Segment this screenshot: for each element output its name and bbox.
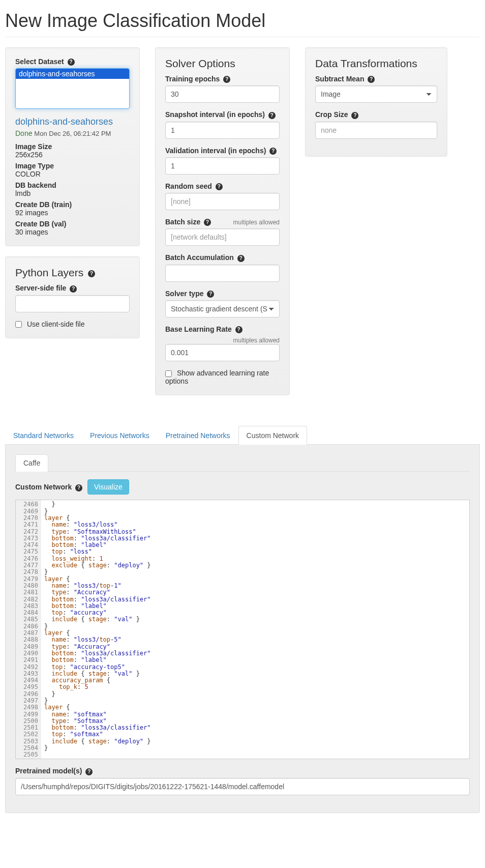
- help-icon[interactable]: ?: [207, 291, 214, 298]
- help-icon[interactable]: ?: [70, 285, 77, 293]
- tab-previous-networks[interactable]: Previous Networks: [82, 426, 158, 445]
- python-layers-panel: Python Layers ? Server-side file ? Use c…: [5, 256, 140, 338]
- help-icon[interactable]: ?: [269, 148, 277, 155]
- visualize-button[interactable]: Visualize: [87, 479, 129, 495]
- epochs-input[interactable]: [165, 85, 280, 103]
- solver-title: Solver Options: [165, 57, 280, 70]
- solver-options-panel: Solver Options Training epochs ? Snapsho…: [155, 47, 290, 395]
- dataset-list-item[interactable]: dolphins-and-seahorses: [16, 69, 129, 79]
- title-divider: [5, 37, 480, 37]
- lr-input[interactable]: [165, 344, 280, 361]
- seed-input[interactable]: [165, 193, 280, 210]
- lr-label: Base Learning Rate ?: [165, 325, 243, 333]
- help-icon[interactable]: ?: [88, 270, 95, 277]
- help-icon[interactable]: ?: [75, 484, 82, 491]
- help-icon[interactable]: ?: [351, 112, 358, 119]
- tab-caffe[interactable]: Caffe: [15, 454, 48, 472]
- accum-input[interactable]: [165, 265, 280, 282]
- help-icon[interactable]: ?: [204, 219, 211, 226]
- help-icon[interactable]: ?: [68, 59, 75, 66]
- custom-network-pane: Caffe Custom Network ? Visualize 2468 24…: [5, 445, 480, 813]
- select-dataset-label: Select Dataset ?: [15, 57, 75, 66]
- batch-input[interactable]: [165, 228, 280, 246]
- tab-pretrained-networks[interactable]: Pretrained Networks: [158, 426, 238, 445]
- help-icon[interactable]: ?: [237, 255, 245, 262]
- framework-tabs: Caffe: [15, 454, 470, 472]
- help-icon[interactable]: ?: [216, 183, 223, 190]
- validation-label: Validation interval (in epochs) ?: [165, 147, 277, 155]
- snapshot-label: Snapshot interval (in epochs) ?: [165, 110, 276, 119]
- help-icon[interactable]: ?: [268, 112, 276, 119]
- pretrained-models-label: Pretrained model(s) ?: [15, 767, 93, 775]
- python-layers-title: Python Layers ?: [15, 267, 130, 279]
- client-file-checkbox-label[interactable]: Use client-side file: [15, 320, 85, 328]
- help-icon[interactable]: ?: [235, 326, 243, 333]
- data-transformations-panel: Data Transformations Subtract Mean ? Ima…: [305, 47, 447, 157]
- custom-network-editor[interactable]: 2468 2469 2470 2471 2472 2473 2474 2475 …: [15, 500, 470, 759]
- crop-size-label: Crop Size ?: [315, 110, 358, 119]
- dataset-link[interactable]: dolphins-and-seahorses: [15, 117, 130, 127]
- tab-standard-networks[interactable]: Standard Networks: [5, 426, 82, 445]
- epochs-label: Training epochs ?: [165, 75, 230, 83]
- dataset-status-time: Mon Dec 26, 06:21:42 PM: [34, 130, 111, 137]
- transforms-title: Data Transformations: [315, 57, 437, 70]
- subtract-mean-select[interactable]: Image: [315, 85, 437, 103]
- dataset-properties: Image Size256x256 Image TypeCOLOR DB bac…: [15, 142, 130, 236]
- crop-size-input[interactable]: [315, 122, 437, 139]
- solver-type-label: Solver type ?: [165, 290, 214, 298]
- snapshot-input[interactable]: [165, 122, 280, 139]
- lr-note: multiples allowed: [233, 337, 280, 344]
- advanced-lr-label[interactable]: Show advanced learning rate options: [165, 369, 269, 385]
- help-icon[interactable]: ?: [223, 76, 230, 83]
- accum-label: Batch Accumulation ?: [165, 253, 245, 262]
- help-icon[interactable]: ?: [85, 768, 93, 775]
- dataset-listbox[interactable]: dolphins-and-seahorses: [15, 68, 130, 109]
- tab-custom-network[interactable]: Custom Network: [238, 426, 307, 445]
- client-file-checkbox[interactable]: [15, 321, 22, 328]
- validation-input[interactable]: [165, 157, 280, 175]
- pretrained-models-input[interactable]: [15, 778, 470, 795]
- server-file-input[interactable]: [15, 295, 130, 312]
- subtract-mean-label: Subtract Mean ?: [315, 75, 375, 83]
- dataset-status: Done: [15, 129, 32, 137]
- page-title: New Image Classification Model: [5, 10, 480, 32]
- help-icon[interactable]: ?: [368, 76, 375, 83]
- seed-label: Random seed ?: [165, 182, 223, 190]
- network-tabs: Standard Networks Previous Networks Pret…: [5, 426, 480, 445]
- server-file-label: Server-side file ?: [15, 284, 77, 292]
- solver-type-select[interactable]: Stochastic gradient descent (SGD): [165, 300, 280, 317]
- batch-note: multiples allowed: [233, 219, 280, 226]
- select-dataset-panel: Select Dataset ? dolphins-and-seahorses …: [5, 47, 140, 246]
- advanced-lr-checkbox[interactable]: [165, 370, 172, 377]
- batch-label: Batch size ?: [165, 218, 211, 226]
- custom-network-label: Custom Network ?: [15, 483, 84, 491]
